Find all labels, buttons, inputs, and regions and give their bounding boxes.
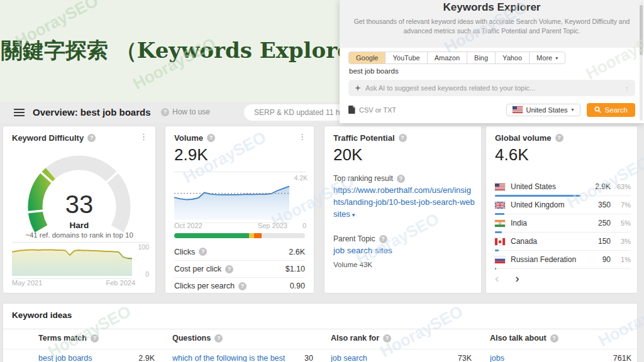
country-volume: 150 [598, 237, 611, 246]
country-percent: 3% [611, 238, 631, 245]
help-icon[interactable] [397, 175, 405, 183]
tab-label: Amazon [435, 54, 460, 62]
country-name: United Kingdom [511, 200, 564, 209]
country-row: United Kingdom3507% [495, 196, 631, 214]
file-icon [348, 106, 355, 114]
flag-icon-ca [495, 238, 505, 245]
parent-topic-volume: Volume 43K [333, 261, 372, 268]
overview-title: Overview: best job boards [33, 107, 151, 118]
tab-amazon[interactable]: Amazon [427, 52, 467, 64]
scrollbar-thumb[interactable] [640, 5, 643, 55]
kd-y-max-label: 100 [138, 243, 149, 251]
explorer-subtitle: Get thousands of relevant keyword ideas … [352, 17, 632, 35]
column-header: Questions [172, 334, 211, 343]
tab-yahoo[interactable]: Yahoo [495, 52, 530, 64]
country-percent: 1% [611, 256, 631, 263]
help-icon[interactable] [383, 334, 391, 343]
tab-label: More [536, 54, 552, 62]
volume-x-end-label: Sep 2023 [258, 222, 287, 229]
country-selector-label: United States [526, 106, 568, 114]
flag-icon-in [495, 220, 505, 227]
tab-label: YouTube [392, 54, 419, 62]
keywords-explorer-panel: Keywords Explorer Get thousands of relev… [340, 0, 644, 123]
volume-card: Volume 2.9K 4.2K Oct 2022 Sep 2023 0 Cli… [165, 126, 314, 293]
traffic-potential-value: 20K [333, 145, 362, 165]
csv-upload-button[interactable]: CSV or TXT [348, 106, 396, 114]
how-to-use-label: How to use [172, 107, 210, 116]
country-row: Russian Federation901% [495, 251, 631, 269]
ai-placeholder: Ask AI to suggest seed keywords related … [365, 84, 535, 92]
search-icon [594, 106, 601, 113]
table-row: best job boards2.9K [38, 354, 155, 362]
help-icon[interactable] [555, 134, 564, 142]
parent-topic-link[interactable]: job search sites [333, 246, 392, 255]
tab-google[interactable]: Google [348, 52, 386, 64]
sparkle-icon [355, 85, 361, 91]
help-icon[interactable] [199, 248, 207, 256]
traffic-potential-card: Traffic Potential 20K Top ranking result… [324, 126, 482, 293]
search-button[interactable]: Search [587, 103, 635, 117]
help-icon[interactable] [91, 334, 99, 343]
gridline [12, 242, 149, 243]
metric-label: Clicks per search [174, 282, 235, 290]
help-icon[interactable] [87, 134, 96, 142]
country-volume: 2.9K [595, 182, 611, 191]
next-page-button[interactable] [515, 272, 519, 285]
keyword-link[interactable]: which of the following is the best [172, 354, 285, 362]
tab-youtube[interactable]: YouTube [385, 52, 427, 64]
tab-label: Google [356, 54, 378, 62]
search-engine-tabs: GoogleYouTubeAmazonBingYahooMore▾ [348, 52, 565, 64]
keyword-difficulty-title: Keyword Difficulty [12, 133, 84, 143]
top-ranking-label: Top ranking result [333, 174, 393, 183]
card-menu-icon[interactable] [298, 132, 306, 141]
tab-bing[interactable]: Bing [467, 52, 496, 64]
difficulty-score: 33 [3, 190, 155, 219]
help-icon[interactable] [214, 334, 223, 343]
flag-icon-gb [495, 202, 505, 209]
help-icon[interactable] [550, 334, 558, 343]
keyword-link[interactable]: best job boards [38, 354, 92, 362]
column-header: Also rank for [331, 334, 379, 343]
help-icon [161, 108, 169, 116]
scrollbar[interactable] [640, 1, 643, 121]
country-list: United States2.9K63%United Kingdom3507%I… [495, 178, 631, 269]
country-volume: 350 [598, 200, 611, 209]
ai-suggest-input[interactable]: Ask AI to suggest seed keywords related … [348, 80, 635, 96]
keyword-volume: 761K [613, 354, 631, 362]
country-volume: 90 [602, 255, 611, 264]
keyword-link[interactable]: job search [331, 354, 367, 362]
card-menu-icon[interactable] [140, 132, 148, 141]
help-icon[interactable] [207, 134, 215, 142]
difficulty-level: Hard [3, 221, 155, 230]
help-icon[interactable] [399, 134, 407, 142]
metric-value: 0.90 [290, 282, 305, 290]
table-row: job search73K [331, 354, 472, 362]
bar-segment [174, 233, 249, 238]
page-title: 關鍵字探索 （Keywords Explorer） [1, 36, 384, 65]
how-to-use-link[interactable]: How to use [161, 107, 210, 116]
metric-value: $1.10 [286, 265, 305, 273]
menu-icon[interactable] [14, 109, 25, 118]
global-volume-title: Global volume [495, 133, 552, 143]
bar-segment [249, 233, 254, 238]
help-icon[interactable] [379, 235, 387, 243]
tab-label: Yahoo [502, 54, 522, 62]
country-selector[interactable]: United States ▾ [506, 104, 580, 116]
keyword-link[interactable]: jobs [490, 354, 504, 362]
chevron-down-icon: ▾ [555, 55, 558, 61]
help-icon[interactable] [238, 282, 247, 290]
keyword-input[interactable]: best job boards [349, 67, 399, 75]
country-percent: 7% [611, 201, 631, 209]
volume-value: 2.9K [174, 145, 208, 165]
tab-more[interactable]: More▾ [529, 52, 565, 64]
chevron-down-icon[interactable]: ▾ [352, 212, 355, 218]
submit-arrow-icon[interactable]: ↑ [625, 84, 630, 93]
country-percent: 63% [611, 183, 631, 190]
help-icon[interactable] [225, 265, 233, 273]
metric-row: Cost per click$1.10 [174, 260, 305, 277]
difficulty-note: ~41 ref. domains to rank in top 10 [3, 231, 155, 239]
difficulty-history-chart [12, 243, 133, 276]
csv-label: CSV or TXT [359, 106, 396, 114]
table-row: which of the following is the best30 [172, 354, 313, 362]
prev-page-button[interactable] [495, 272, 499, 285]
